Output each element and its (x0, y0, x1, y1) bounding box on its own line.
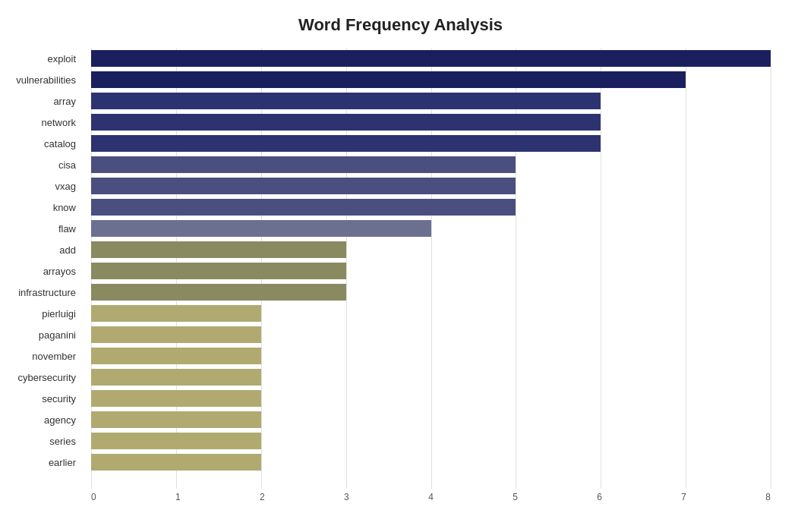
bar-row: agency (91, 410, 771, 430)
x-tick: 6 (597, 492, 602, 502)
bar-fill (91, 263, 346, 279)
bar-row: cybersecurity (91, 367, 771, 387)
x-tick: 2 (260, 492, 265, 502)
bar-fill (91, 156, 516, 173)
bar-fill (91, 433, 261, 449)
x-tick: 3 (344, 492, 349, 502)
bar-fill (91, 178, 516, 194)
bars-wrapper: exploitvulnerabilitiesarraynetworkcatalo… (91, 49, 771, 489)
bar-row: flaw (91, 219, 771, 238)
bar-track (91, 50, 771, 67)
bar-track (91, 348, 771, 364)
bar-fill (91, 305, 261, 322)
bar-track (91, 93, 771, 109)
grid-line (771, 49, 771, 489)
bar-track (91, 135, 771, 152)
bar-fill (91, 199, 516, 216)
bar-track (91, 241, 771, 258)
bar-fill (91, 93, 601, 109)
bar-fill (91, 348, 261, 364)
bar-label: security (0, 393, 84, 405)
bar-label: arrayos (0, 266, 84, 277)
x-tick: 4 (428, 492, 434, 502)
bar-track (91, 390, 771, 407)
bar-label: agency (0, 414, 84, 426)
bar-label: cybersecurity (0, 372, 84, 383)
bar-track (91, 284, 771, 301)
bar-track (91, 263, 771, 279)
bar-row: infrastructure (91, 282, 771, 302)
bar-track (91, 411, 771, 428)
x-tick: 8 (765, 492, 771, 502)
bar-label: cisa (0, 159, 84, 171)
bar-track (91, 369, 771, 386)
bar-track (91, 178, 771, 194)
bar-fill (91, 50, 771, 67)
bar-fill (91, 284, 346, 301)
bar-track (91, 305, 771, 322)
bar-label: network (0, 117, 84, 128)
bar-row: vxag (91, 176, 771, 196)
bar-label: paganini (0, 329, 84, 341)
bar-row: vulnerabilities (91, 70, 771, 90)
bar-fill (91, 369, 261, 386)
bar-label: vulnerabilities (0, 74, 84, 86)
chart-title: Word Frequency Analysis (30, 15, 771, 35)
bar-fill (91, 71, 686, 88)
bar-row: series (91, 431, 771, 451)
bar-fill (91, 411, 261, 428)
bar-label: array (0, 96, 84, 107)
x-tick: 1 (175, 492, 181, 502)
bar-row: november (91, 346, 771, 366)
bar-row: pierluigi (91, 304, 771, 323)
bar-row: exploit (91, 49, 771, 68)
bar-label: earlier (0, 457, 84, 468)
bar-track (91, 220, 771, 237)
bar-track (91, 454, 771, 471)
bar-label: pierluigi (0, 308, 84, 320)
bar-fill (91, 114, 601, 131)
bar-track (91, 433, 771, 449)
bar-track (91, 199, 771, 216)
bar-fill (91, 326, 261, 343)
x-tick: 7 (681, 492, 686, 502)
bar-row: arrayos (91, 261, 771, 281)
bar-fill (91, 241, 346, 258)
bar-row: know (91, 197, 771, 217)
bar-row: array (91, 91, 771, 111)
x-tick: 5 (512, 492, 518, 502)
bar-label: november (0, 351, 84, 362)
bar-row: earlier (91, 452, 771, 472)
bar-label: know (0, 202, 84, 213)
bar-row: add (91, 240, 771, 260)
bar-label: exploit (0, 53, 84, 65)
chart-container: Word Frequency Analysis exploitvulnerabi… (0, 0, 801, 532)
x-tick: 0 (91, 492, 96, 502)
bar-track (91, 114, 771, 131)
bar-row: cisa (91, 155, 771, 175)
bar-label: series (0, 436, 84, 447)
bar-fill (91, 454, 261, 471)
bar-fill (91, 135, 601, 152)
bar-track (91, 156, 771, 173)
bar-row: security (91, 389, 771, 408)
bar-label: infrastructure (0, 287, 84, 298)
bar-label: flaw (0, 223, 84, 235)
x-axis-ticks: 012345678 (91, 492, 771, 502)
bar-track (91, 71, 771, 88)
bar-label: vxag (0, 181, 84, 192)
bar-fill (91, 390, 261, 407)
bar-fill (91, 220, 431, 237)
bar-track (91, 326, 771, 343)
bar-label: catalog (0, 138, 84, 150)
chart-area: exploitvulnerabilitiesarraynetworkcatalo… (91, 49, 771, 489)
bar-row: catalog (91, 134, 771, 153)
bar-label: add (0, 244, 84, 256)
bar-row: paganini (91, 325, 771, 345)
bar-row: network (91, 112, 771, 132)
